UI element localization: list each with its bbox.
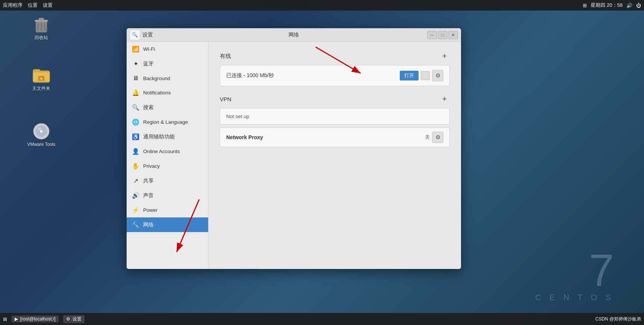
proxy-gear-icon: ⚙ xyxy=(435,134,440,141)
svg-rect-2 xyxy=(39,18,44,20)
sidebar-item-accessibility[interactable]: ♿ 通用辅助功能 xyxy=(127,129,208,144)
settings-sidebar: 📶 Wi-Fi ✦ 蓝牙 🖥 Background 🔔 Notification… xyxy=(127,42,209,269)
sidebar-item-label: 网络 xyxy=(143,222,154,228)
terminal-label: [root@localhost:/] xyxy=(20,316,56,322)
terminal-icon: ▶ xyxy=(15,316,18,322)
recycle-bin-icon[interactable]: 回收站 xyxy=(26,15,56,41)
wired-gear-icon: ⚙ xyxy=(435,72,440,79)
settings-window: 🔍 设置 网络 ─ □ ✕ 📶 Wi-Fi ✦ 蓝牙 xyxy=(127,28,461,269)
settings-taskbar-label: 设置 xyxy=(73,316,82,322)
network-status-icon[interactable]: ⊞ xyxy=(583,3,587,8)
power-icon[interactable]: ⏻ xyxy=(636,3,641,8)
maximize-button[interactable]: □ xyxy=(438,31,447,39)
vpn-not-set-card: Not set up xyxy=(220,108,450,125)
wired-toggle-indicator xyxy=(421,71,430,80)
search-icon: 🔍 xyxy=(132,104,139,111)
sidebar-item-sharing[interactable]: ↗ 共享 xyxy=(127,173,208,188)
sound-icon: 🔊 xyxy=(132,192,139,199)
window-controls: ─ □ ✕ xyxy=(427,31,458,39)
sidebar-item-sound[interactable]: 🔊 声音 xyxy=(127,188,208,203)
sidebar-item-label: Background xyxy=(143,76,170,81)
svg-point-12 xyxy=(40,130,43,133)
folder-image xyxy=(32,66,50,84)
wired-gear-button[interactable]: ⚙ xyxy=(432,70,443,81)
sidebar-item-online-accounts[interactable]: 👤 Online Accounts xyxy=(127,144,208,159)
sidebar-title: 设置 xyxy=(142,32,153,38)
minimize-button[interactable]: ─ xyxy=(427,31,437,39)
proxy-card-actions: 关 ⚙ xyxy=(425,132,443,143)
sharing-icon: ↗ xyxy=(132,177,139,184)
window-titlebar: 🔍 设置 网络 ─ □ ✕ xyxy=(127,28,461,42)
home-folder-label: 主文件夹 xyxy=(32,85,50,92)
taskbar-right: ⊞ 星期四 20：58 🔊 ⏻ xyxy=(583,2,641,9)
vmware-tools-icon[interactable]: VMware Tools xyxy=(26,122,56,147)
sidebar-item-network[interactable]: 🔧 网络 xyxy=(127,217,208,232)
sidebar-item-region[interactable]: 🌐 Region & Language xyxy=(127,115,208,129)
sidebar-item-label: 通用辅助功能 xyxy=(143,134,175,140)
window-body: 📶 Wi-Fi ✦ 蓝牙 🖥 Background 🔔 Notification… xyxy=(127,42,461,269)
sidebar-item-power[interactable]: ⚡ Power xyxy=(127,203,208,217)
sidebar-item-bluetooth[interactable]: ✦ 蓝牙 xyxy=(127,56,208,71)
vmware-tools-label: VMware Tools xyxy=(27,142,55,147)
workspace-switcher-icon[interactable]: ⊞ xyxy=(3,316,7,322)
sidebar-search-button[interactable]: 🔍 xyxy=(130,30,140,40)
sidebar-item-label: Power xyxy=(143,207,157,213)
background-icon: 🖥 xyxy=(132,75,139,82)
online-accounts-icon: 👤 xyxy=(132,148,139,155)
datetime-display: 星期四 20：58 xyxy=(591,2,623,9)
settings-taskbar-icon: ⚙ xyxy=(66,316,70,322)
accessibility-icon: ♿ xyxy=(132,133,139,140)
recycle-bin-image xyxy=(32,15,50,33)
taskbar-right-tray: CSDN @郑师傅沙板弟 xyxy=(595,316,641,322)
sidebar-item-label: Notifications xyxy=(143,90,171,96)
network-proxy-card: Network Proxy 关 ⚙ xyxy=(220,128,450,147)
sidebar-item-label: Wi-Fi xyxy=(143,46,155,52)
sidebar-item-label: Privacy xyxy=(143,163,160,169)
vpn-section-title: VPN xyxy=(220,96,231,102)
sidebar-item-search[interactable]: 🔍 搜索 xyxy=(127,100,208,115)
vpn-add-button[interactable]: + xyxy=(439,94,450,104)
network-settings-icon: 🔧 xyxy=(132,221,139,228)
taskbar-top: 应用程序 位置 设置 ⊞ 星期四 20：58 🔊 ⏻ xyxy=(0,0,644,11)
svg-rect-9 xyxy=(37,80,45,81)
vpn-section: VPN + Not set up xyxy=(220,94,450,125)
volume-icon[interactable]: 🔊 xyxy=(626,3,632,8)
sidebar-item-wifi[interactable]: 📶 Wi-Fi xyxy=(127,42,208,56)
sidebar-item-notifications[interactable]: 🔔 Notifications xyxy=(127,85,208,100)
settings-task-item[interactable]: ⚙ 设置 xyxy=(63,315,85,323)
svg-rect-8 xyxy=(40,77,42,80)
sidebar-item-privacy[interactable]: ✋ Privacy xyxy=(127,159,208,173)
home-folder-icon[interactable]: 主文件夹 xyxy=(26,66,56,92)
recycle-bin-label: 回收站 xyxy=(35,35,48,41)
taskbar-bottom: ⊞ ▶ [root@localhost:/] ⚙ 设置 CSDN @郑师傅沙板弟 xyxy=(0,313,644,325)
menu-settings[interactable]: 设置 xyxy=(43,2,53,9)
wired-toggle-on-button[interactable]: 打开 xyxy=(400,71,419,80)
sidebar-item-background[interactable]: 🖥 Background xyxy=(127,71,208,85)
wired-card-actions: 打开 ⚙ xyxy=(400,70,443,81)
taskbar-left-menu: 应用程序 位置 设置 xyxy=(3,2,53,9)
proxy-gear-button[interactable]: ⚙ xyxy=(432,132,443,143)
wired-add-button[interactable]: + xyxy=(439,51,450,61)
wired-status-label: 已连接 - 1000 Mb/秒 xyxy=(226,72,274,79)
desktop: 应用程序 位置 设置 ⊞ 星期四 20：58 🔊 ⏻ 回收站 xyxy=(0,0,644,325)
vpn-section-header: VPN + xyxy=(220,94,450,104)
bluetooth-icon: ✦ xyxy=(132,60,139,67)
csdn-label: CSDN @郑师傅沙板弟 xyxy=(595,316,641,322)
terminal-task-item[interactable]: ▶ [root@localhost:/] xyxy=(12,316,59,322)
sidebar-item-label: 共享 xyxy=(143,178,154,184)
sidebar-item-label: 搜索 xyxy=(143,104,154,111)
wired-connection-card: 已连接 - 1000 Mb/秒 打开 ⚙ xyxy=(220,65,450,86)
menu-location[interactable]: 位置 xyxy=(28,2,38,9)
centos-number: 7 xyxy=(535,248,614,293)
centos-watermark: 7 C E N T O S xyxy=(535,248,614,302)
menu-app[interactable]: 应用程序 xyxy=(3,2,23,9)
window-title: 网络 xyxy=(289,32,299,38)
power-settings-icon: ⚡ xyxy=(132,207,139,214)
sidebar-item-label: Online Accounts xyxy=(143,149,180,154)
vpn-not-set-label: Not set up xyxy=(226,114,249,119)
region-icon: 🌐 xyxy=(132,118,139,126)
proxy-status-label: 关 xyxy=(425,134,430,141)
close-button[interactable]: ✕ xyxy=(448,31,458,39)
wired-section-header: 有线 + xyxy=(220,51,450,61)
proxy-section: Network Proxy 关 ⚙ xyxy=(220,128,450,147)
